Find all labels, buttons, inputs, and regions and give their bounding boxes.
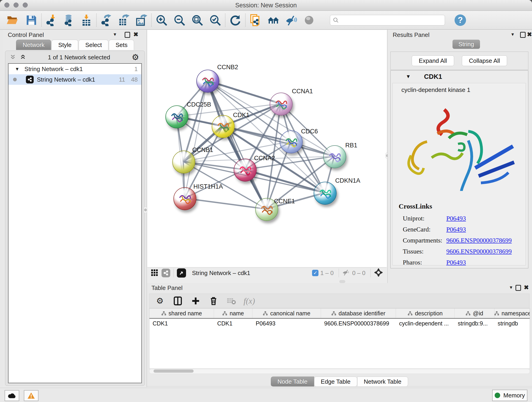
crosslink-value-link[interactable]: 9606.ENSP00000378699 [446,237,512,244]
selected-nodes-checkbox-icon[interactable]: ✓ [312,270,318,276]
export-network-icon[interactable] [99,13,114,27]
search-input[interactable] [339,16,445,25]
network-node-CCNA2[interactable] [234,159,257,182]
network-node-CCNB2[interactable] [196,70,219,93]
results-panel-float-icon[interactable] [520,32,526,38]
column-header--id[interactable]: @id [455,308,494,318]
add-column-icon[interactable] [191,296,201,306]
node-label-CDC25B: CDC25B [187,101,211,108]
birds-eye-view-icon[interactable] [151,268,159,278]
zoom-selected-icon[interactable] [208,13,222,27]
table-cell[interactable]: CDK1 [214,319,253,328]
network-overview-icon[interactable] [162,269,170,277]
bottom-splitter-handle[interactable] [339,280,345,283]
pan-crosshair-icon[interactable] [374,268,383,278]
network-row[interactable]: String Network – cdk1 11 48 [8,74,141,85]
section-collapse-icon[interactable]: ▼ [406,74,411,80]
import-table-from-file-icon[interactable] [79,13,94,27]
table-cell[interactable]: stringdb [494,319,530,328]
network-node-CCNB1[interactable] [172,151,195,173]
tab-node-table[interactable]: Node Table [271,376,314,387]
collapse-all-networks-icon[interactable] [9,53,16,61]
tab-edge-table[interactable]: Edge Table [314,376,357,387]
delete-table-icon[interactable] [226,296,236,306]
column-header-shared-name[interactable]: shared name [149,308,214,318]
column-header-canonical-name[interactable]: canonical name [253,308,321,318]
left-splitter-handle[interactable] [144,207,147,213]
results-panel-close-icon[interactable]: ✖ [527,31,532,38]
import-network-from-file-icon[interactable] [44,13,59,27]
column-header-description[interactable]: description [396,308,455,318]
export-image-icon[interactable] [134,13,148,27]
tab-string[interactable]: String [452,40,480,49]
open-in-browser-icon[interactable] [248,13,263,27]
network-node-CDC6[interactable] [280,130,303,153]
network-node-RB1[interactable] [323,145,346,168]
tab-network[interactable]: Network [16,40,51,50]
search-field[interactable] [330,15,445,26]
network-collection-row[interactable]: ▼ String Network – cdk1 1 [8,64,141,74]
zoom-in-icon[interactable] [154,13,169,27]
tab-style[interactable]: Style [51,40,78,50]
tab-network-table[interactable]: Network Table [357,376,408,387]
table-row[interactable]: CDK1CDK1P064939606.ENSP00000378699cyclin… [149,319,530,328]
scrollbar-thumb[interactable] [153,370,194,373]
table-panel-close-icon[interactable]: ✖ [524,284,529,291]
column-header-namespace[interactable]: namespace [494,308,530,318]
open-session-icon[interactable] [5,13,19,27]
crosslink-value-link[interactable]: P06493 [446,226,466,233]
table-options-gear-icon[interactable]: ⚙ [155,296,165,306]
crosslink-value-link[interactable]: 9606.ENSP00000378699 [446,248,512,255]
network-canvas[interactable]: CCNB2CCNA1CDC25BCDK1CDC6RB1CCNB1CCNA2CDK… [147,30,387,267]
table-cell[interactable]: P06493 [253,319,321,328]
expand-all-button[interactable]: Expand All [412,56,454,66]
network-node-CDKN1A[interactable] [314,182,336,205]
control-panel-menu-icon[interactable]: ▾ [114,32,116,37]
table-cell[interactable]: stringdb:9... [455,319,494,328]
network-node-CDK1[interactable] [212,115,234,138]
collection-expand-icon[interactable]: ▼ [15,66,19,72]
control-panel-float-icon[interactable] [125,32,130,38]
network-node-CCNA1[interactable] [270,93,293,115]
show-preview-icon[interactable] [302,13,316,27]
crosslink-row: Tissues:9606.ENSP00000378699 [403,246,522,257]
column-header-database-identifier[interactable]: database identifier [321,308,396,318]
table-cell[interactable]: 9606.ENSP00000378699 [321,319,396,328]
collapse-all-button[interactable]: Collapse All [462,56,507,66]
return-home-icon[interactable] [266,13,280,27]
table-panel-float-icon[interactable] [515,285,521,291]
network-options-gear-icon[interactable]: ⚙ [132,53,139,61]
show-columns-icon[interactable] [173,296,183,306]
save-session-icon[interactable] [24,13,38,27]
network-node-HIST1H1A[interactable] [173,187,196,210]
zoom-out-icon[interactable] [172,13,186,27]
hide-selection-icon[interactable] [284,13,298,27]
detach-view-icon[interactable] [177,268,186,278]
expand-all-networks-icon[interactable] [19,53,26,61]
tab-select[interactable]: Select [79,40,108,50]
table-horizontal-scrollbar[interactable] [149,369,530,374]
network-nodes-layer: CCNB2CCNA1CDC25BCDK1CDC6RB1CCNB1CCNA2CDK… [147,30,387,267]
tab-sets[interactable]: Sets [109,40,134,50]
column-header-name[interactable]: name [214,308,253,318]
network-node-CDC25B[interactable] [165,105,188,128]
results-panel-menu-icon[interactable]: ▾ [511,32,514,37]
crosslink-value-link[interactable]: P06493 [446,215,466,222]
warning-status-icon[interactable] [24,390,38,401]
control-panel-close-icon[interactable]: ✖ [133,31,138,38]
function-builder-icon[interactable]: f(x) [244,296,254,306]
import-network-from-database-icon[interactable] [62,13,76,27]
results-panel: Results Panel ▾ ✖ String Expand All Coll… [387,30,532,283]
memory-button[interactable]: Memory [492,390,527,401]
hidden-elements-icon[interactable] [342,269,350,277]
cloud-status-icon[interactable] [5,390,19,401]
table-cell[interactable]: cyclin-dependent ... [396,319,455,328]
crosslink-value-link[interactable]: P06493 [446,259,466,266]
table-cell[interactable]: CDK1 [149,319,214,328]
help-icon[interactable]: ? [455,14,466,26]
table-panel-menu-icon[interactable]: ▾ [510,284,512,290]
zoom-fit-content-icon[interactable] [190,13,204,27]
delete-column-icon[interactable] [209,296,219,306]
export-table-icon[interactable] [117,13,131,27]
refresh-layout-icon[interactable] [228,13,242,27]
